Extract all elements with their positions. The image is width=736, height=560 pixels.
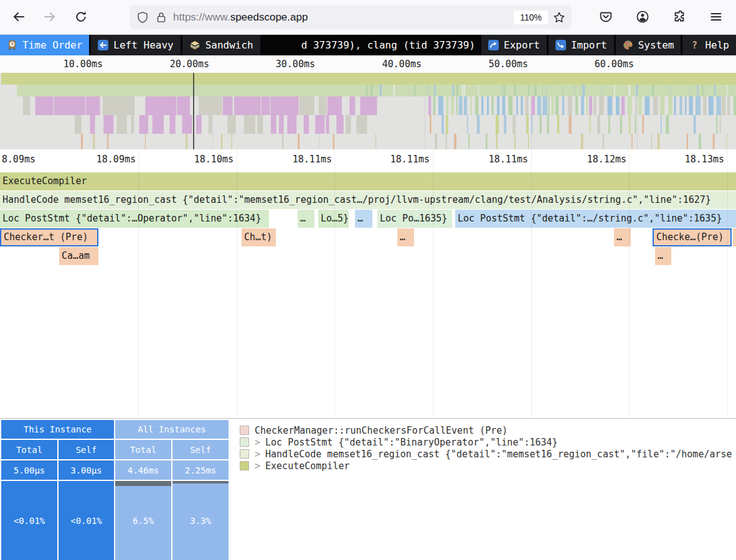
lock-icon[interactable] (156, 11, 167, 24)
stats-col-header: Self (172, 440, 229, 459)
flame-bar[interactable] (733, 228, 736, 246)
minimap-axis-label: 20.00ms (170, 58, 209, 70)
stats-value: 2.25ms (172, 460, 229, 480)
url-text: https://www.speedscope.app (173, 11, 308, 24)
chevron-right-icon: > (255, 460, 260, 472)
frame-label: CheckerManager::runCheckersForCallEvent … (255, 425, 507, 436)
bookmark-button[interactable] (553, 11, 565, 24)
url-host: speedscope.app (230, 11, 308, 23)
export-icon (488, 40, 499, 50)
stats-percent: 6.5% (115, 481, 171, 560)
question-icon: ? (689, 40, 700, 50)
tab-label: Export (504, 39, 540, 51)
forward-button[interactable] (40, 7, 60, 27)
minimap-axis-label: 10.00ms (64, 58, 103, 70)
tab-help[interactable]: ?Help (682, 35, 736, 55)
back-icon (12, 10, 26, 24)
frame-color-swatch (240, 461, 249, 470)
flame-bar[interactable]: Checker…t (Pre) (0, 228, 98, 246)
browser-chrome: https://www.speedscope.app 110% (0, 0, 736, 35)
tab-time-order[interactable]: Time Order (0, 35, 89, 55)
profile-title: d 373739), clang (tid 373739) (262, 35, 479, 55)
puzzle-icon (672, 10, 686, 24)
percent-fill-bar (172, 481, 229, 483)
flame-chart[interactable]: ExecuteCompilerHandleCode memset16_regio… (0, 149, 736, 418)
stats-value: 4.46ms (115, 460, 171, 480)
stats-percent: <0.01% (1, 481, 57, 560)
stats-group-header: This Instance (1, 420, 114, 439)
flame-bar[interactable]: HandleCode memset16_region_cast {"detail… (0, 191, 736, 209)
tab-system[interactable]: System (616, 35, 681, 55)
flame-bar[interactable]: Checke…(Pre) (653, 228, 732, 246)
flame-bar[interactable]: … (298, 210, 314, 228)
zoom-level-badge[interactable]: 110% (514, 11, 548, 24)
flame-bar[interactable]: Loc Po…1635} (377, 210, 452, 228)
minimap-axis-label: 50.00ms (489, 58, 528, 70)
tab-sandwich[interactable]: Sandwich (182, 35, 260, 55)
reload-icon (75, 11, 87, 23)
call-stack-item[interactable]: >ExecuteCompiler (240, 460, 736, 472)
flame-bar[interactable]: … (397, 228, 414, 246)
flame-axis-label: 18.11ms (390, 154, 430, 165)
menu-button[interactable] (706, 7, 726, 27)
gridline (531, 149, 532, 418)
frame-color-swatch (240, 437, 249, 447)
flame-axis-label: 18.12ms (587, 154, 626, 165)
stats-percent: <0.01% (59, 481, 114, 560)
back-button[interactable] (9, 7, 29, 27)
stats-col-header: Total (1, 440, 57, 459)
call-stack: CheckerManager::runCheckersForCallEvent … (229, 419, 736, 560)
stats-percent: 3.3% (172, 481, 229, 560)
flame-bar[interactable]: Loc PostStmt {"detail":…/string.c","line… (455, 210, 736, 228)
minimap-flamegraph[interactable] (0, 73, 736, 149)
frame-label: ExecuteCompiler (265, 460, 349, 472)
flame-bar[interactable]: Lo…5} (318, 210, 349, 228)
minimap-axis-label: 40.00ms (382, 58, 422, 70)
toolbar-actions: ExportImportSystem?Help (479, 35, 736, 55)
account-icon (636, 10, 649, 24)
view-tabs: Time OrderLeft HeavySandwich (0, 35, 262, 55)
tab-export[interactable]: Export (481, 35, 547, 55)
url-scheme: https://www. (173, 11, 230, 23)
url-bar[interactable]: https://www.speedscope.app 110% (130, 5, 572, 29)
tab-left-heavy[interactable]: Left Heavy (91, 35, 180, 55)
shield-icon[interactable] (136, 11, 149, 24)
flame-bar[interactable]: Ch…t) (242, 228, 276, 246)
clock-icon (7, 40, 17, 50)
svg-text:?: ? (692, 40, 697, 50)
call-stack-item[interactable]: CheckerManager::runCheckersForCallEvent … (240, 424, 736, 436)
minimap-axis: 10.00ms20.00ms30.00ms40.00ms50.00ms60.00… (0, 55, 736, 73)
stats-col-header: Total (115, 440, 171, 459)
extensions-button[interactable] (669, 7, 689, 27)
flame-bar[interactable]: Loc PostStmt {"detail":…Operator","line"… (0, 210, 269, 228)
tab-label: Help (705, 39, 729, 51)
gridline (433, 149, 433, 418)
reload-button[interactable] (71, 7, 91, 27)
tab-label: Sandwich (205, 39, 253, 51)
chevron-right-icon: > (255, 449, 260, 460)
flame-axis-label: 8.09ms (2, 154, 35, 165)
flame-bar[interactable]: … (655, 247, 671, 265)
frame-color-swatch (240, 426, 249, 435)
stats-col-header: Self (59, 440, 114, 459)
tab-import[interactable]: Import (549, 35, 614, 55)
minimap-axis-label: 30.00ms (276, 58, 315, 70)
flame-bar[interactable]: … (614, 228, 631, 246)
frame-label: Loc PostStmt {"detail":"BinaryOperator",… (265, 437, 558, 448)
flame-axis-label: 18.10ms (194, 154, 234, 165)
sandwich-icon (189, 40, 201, 50)
pocket-button[interactable] (596, 7, 616, 27)
tab-label: Import (571, 39, 607, 51)
frame-label: HandleCode memset16_region_cast {"detail… (265, 449, 732, 460)
call-stack-item[interactable]: >HandleCode memset16_region_cast {"detai… (240, 448, 736, 460)
chevron-right-icon: > (255, 437, 260, 448)
account-button[interactable] (633, 7, 653, 27)
speedscope-toolbar: Time OrderLeft HeavySandwich d 373739), … (0, 35, 736, 55)
flame-bar[interactable]: ExecuteCompiler (0, 172, 736, 190)
tab-label: Time Order (22, 39, 82, 51)
call-stack-item[interactable]: >Loc PostStmt {"detail":"BinaryOperator"… (240, 436, 736, 448)
flame-bar[interactable]: … (355, 210, 372, 228)
flame-axis-label: 18.09ms (97, 154, 136, 165)
flame-bar[interactable]: Ca…am (59, 247, 98, 265)
tab-label: System (638, 39, 674, 51)
